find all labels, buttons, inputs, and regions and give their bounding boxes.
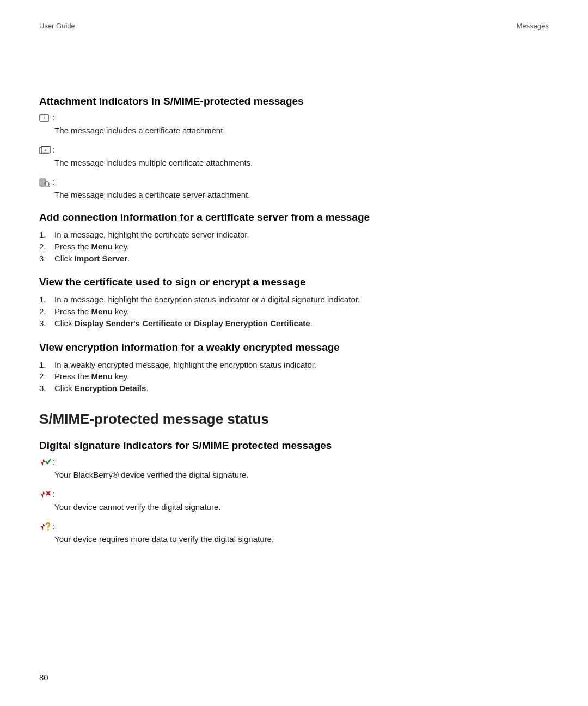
list-item: 2.Press the Menu key. [39, 370, 549, 382]
list-item: 1.In a message, highlight the certificat… [39, 229, 549, 241]
indicator-sig-more-data: : [39, 521, 549, 531]
list-item: 1.In a message, highlight the encryption… [39, 294, 549, 306]
colon: : [52, 521, 54, 531]
list-item: 3.Click Encryption Details. [39, 382, 549, 394]
indicator-cert-multi: : [39, 145, 549, 155]
colon: : [52, 457, 54, 466]
heading-digital-signature-indicators: Digital signature indicators for S/MIME … [39, 440, 549, 452]
sig-more-data-icon [39, 522, 51, 531]
svg-line-5 [48, 186, 50, 187]
colon: : [52, 113, 54, 122]
heading-add-connection: Add connection information for a certifi… [39, 211, 549, 223]
indicator-desc: Your device requires more data to verify… [54, 534, 549, 544]
steps-add-connection: 1.In a message, highlight the certificat… [39, 229, 549, 264]
heading-attachment-indicators: Attachment indicators in S/MIME-protecte… [39, 95, 549, 107]
indicator-cert-single: : [39, 113, 549, 123]
colon: : [52, 489, 54, 498]
steps-view-certificate: 1.In a message, highlight the encryption… [39, 294, 549, 329]
indicator-desc: Your device cannot verify the digital si… [54, 502, 549, 512]
steps-view-encryption: 1.In a weakly encrypted message, highlig… [39, 359, 549, 394]
sig-failed-icon [39, 490, 51, 499]
indicator-cert-server: : [39, 177, 549, 187]
cert-single-icon [39, 114, 51, 123]
list-item: 2.Press the Menu key. [39, 241, 549, 253]
indicator-sig-failed: : [39, 489, 549, 499]
sig-verified-icon [39, 458, 51, 467]
cert-multi-icon [39, 146, 51, 155]
heading-smime-status: S/MIME-protected message status [39, 411, 549, 428]
list-item: 3.Click Import Server. [39, 253, 549, 265]
indicator-desc: Your BlackBerry® device verified the dig… [54, 470, 549, 479]
list-item: 1.In a weakly encrypted message, highlig… [39, 359, 549, 371]
header-left: User Guide [39, 22, 75, 30]
indicator-desc: The message includes a certificate serve… [54, 190, 549, 199]
indicator-desc: The message includes multiple certificat… [54, 158, 549, 167]
page-number: 80 [39, 673, 48, 682]
list-item: 2.Press the Menu key. [39, 306, 549, 318]
indicator-desc: The message includes a certificate attac… [54, 126, 549, 135]
cert-server-icon [39, 178, 51, 187]
heading-view-encryption: View encryption information for a weakly… [39, 342, 549, 354]
header-right: Messages [517, 22, 549, 30]
indicator-sig-verified: : [39, 457, 549, 467]
list-item: 3.Click Display Sender's Certificate or … [39, 318, 549, 330]
heading-view-certificate: View the certificate used to sign or enc… [39, 276, 549, 288]
colon: : [52, 177, 54, 186]
colon: : [52, 145, 54, 154]
svg-point-8 [47, 529, 49, 531]
page-header: User Guide Messages [39, 22, 549, 30]
